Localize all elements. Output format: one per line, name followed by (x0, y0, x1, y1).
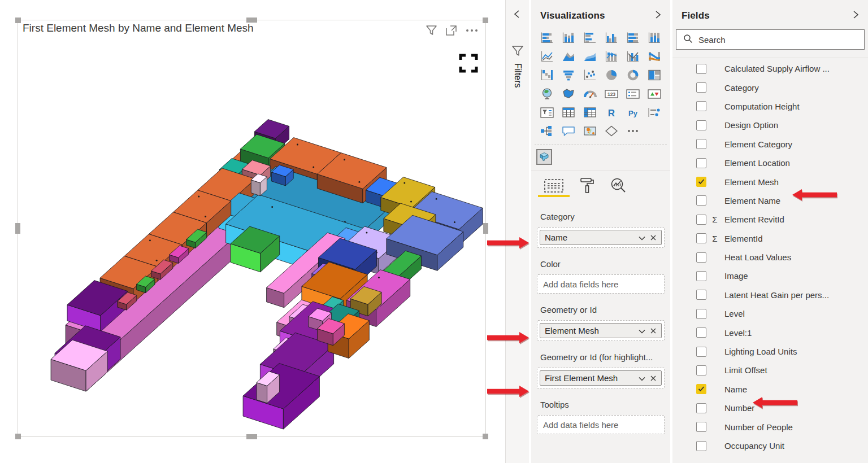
fullscreen-brackets-icon[interactable] (458, 53, 479, 76)
checkbox-unchecked[interactable] (696, 327, 706, 338)
field-row-element-mesh[interactable]: Element Mesh (672, 172, 868, 191)
stacked-column-chart-icon[interactable] (558, 28, 579, 47)
scatter-chart-icon[interactable] (579, 65, 601, 84)
checkbox-unchecked[interactable] (696, 347, 706, 357)
well-4-empty[interactable]: Add data fields here (537, 415, 665, 434)
field-search-input[interactable]: Search (676, 29, 865, 50)
filter-funnel-icon[interactable] (426, 25, 437, 36)
format-tab[interactable] (579, 171, 596, 200)
100-stacked-bar-chart-icon[interactable] (622, 28, 644, 47)
field-row-image[interactable]: Image (672, 267, 868, 285)
checkbox-unchecked[interactable] (696, 252, 706, 263)
checkbox-unchecked[interactable] (696, 403, 706, 413)
checkbox-unchecked[interactable] (696, 64, 706, 74)
field-row-element-category[interactable]: Element Category (672, 135, 868, 154)
multi-row-card-icon[interactable] (622, 84, 644, 103)
donut-chart-icon[interactable] (622, 65, 644, 84)
well-1-empty[interactable]: Add data fields here (537, 274, 665, 294)
field-pill-element-mesh[interactable]: Element Mesh (540, 323, 662, 338)
checkbox-unchecked[interactable] (696, 271, 706, 281)
chevron-down-icon[interactable] (639, 233, 650, 242)
resize-handle-right[interactable] (483, 223, 488, 234)
area-chart-icon[interactable] (558, 47, 579, 65)
checkbox-unchecked[interactable] (696, 290, 706, 300)
field-row-computation-height[interactable]: Computation Height (672, 97, 868, 116)
expand-filters-chevron-icon[interactable] (512, 9, 522, 21)
checkbox-unchecked[interactable] (696, 195, 706, 206)
checkbox-checked[interactable] (696, 177, 706, 187)
treemap-icon[interactable] (644, 65, 665, 84)
ribbon-chart-icon[interactable] (644, 47, 665, 65)
remove-field-icon[interactable] (650, 373, 661, 383)
gauge-icon[interactable] (579, 84, 601, 103)
remove-field-icon[interactable] (650, 233, 661, 242)
more-options-icon[interactable] (465, 28, 479, 33)
python-visual-icon[interactable]: Py (622, 103, 644, 121)
field-row-level[interactable]: Level (672, 304, 868, 323)
field-row-latent-heat-gain-per-pers[interactable]: Latent Heat Gain per pers... (672, 286, 868, 304)
resize-handle-top[interactable] (246, 18, 257, 23)
resize-handle-bottom-left[interactable] (15, 434, 21, 439)
field-row-lighting-load-units[interactable]: Lighting Load Units (672, 342, 868, 361)
field-row-design-option[interactable]: Design Option (672, 116, 868, 134)
arcgis-map-icon[interactable] (579, 121, 601, 140)
collapse-fields-chevron-icon[interactable] (851, 10, 860, 21)
fields-tab[interactable] (542, 171, 565, 200)
line-chart-icon[interactable] (536, 47, 558, 65)
field-row-level-1[interactable]: Level:1 (672, 323, 868, 342)
checkbox-unchecked[interactable] (696, 82, 706, 93)
stacked-area-chart-icon[interactable] (579, 47, 601, 65)
r-script-visual-icon[interactable]: R (601, 103, 622, 121)
resize-handle-top-right[interactable] (483, 18, 488, 23)
waterfall-chart-icon[interactable] (536, 65, 558, 84)
kpi-icon[interactable] (644, 84, 665, 103)
field-row-number-of-people[interactable]: Number of People (672, 417, 868, 436)
remove-field-icon[interactable] (650, 326, 661, 335)
table-icon[interactable] (558, 103, 579, 121)
map-icon[interactable] (536, 84, 558, 103)
field-row-occupancy-unit[interactable]: Occupancy Unit (672, 436, 868, 455)
3d-mesh-visual[interactable] (23, 93, 486, 434)
checkbox-unchecked[interactable] (696, 365, 706, 375)
report-canvas[interactable]: First Element Mesh by Name and Element M… (0, 0, 505, 463)
resize-handle-bottom-right[interactable] (483, 434, 488, 439)
checkbox-unchecked[interactable] (696, 422, 706, 432)
filled-map-icon[interactable] (558, 84, 579, 103)
checkbox-unchecked[interactable] (696, 120, 706, 130)
funnel-chart-icon[interactable] (558, 65, 579, 84)
checkbox-unchecked[interactable] (696, 139, 706, 149)
field-row-element-location[interactable]: Element Location (672, 154, 868, 172)
more-visuals-icon[interactable] (622, 121, 644, 140)
custom-3d-visual-selected[interactable] (536, 149, 552, 165)
field-row-element-revitid[interactable]: ΣElement RevitId (672, 210, 868, 229)
stacked-bar-chart-icon[interactable] (536, 28, 558, 47)
checkbox-unchecked[interactable] (696, 101, 706, 111)
slicer-icon[interactable] (536, 103, 558, 121)
key-influencers-icon[interactable] (644, 103, 665, 121)
collapse-visualizations-chevron-icon[interactable] (653, 10, 662, 21)
clustered-bar-chart-icon[interactable] (579, 28, 601, 47)
checkbox-unchecked[interactable] (696, 441, 706, 451)
line-clustered-column-chart-icon[interactable] (622, 47, 644, 65)
checkbox-checked[interactable] (696, 384, 706, 394)
field-row-limit-offset[interactable]: Limit Offset (672, 361, 868, 379)
chevron-down-icon[interactable] (639, 326, 650, 335)
qa-visual-icon[interactable] (558, 121, 579, 140)
matrix-icon[interactable] (579, 103, 601, 121)
checkbox-unchecked[interactable] (696, 215, 706, 225)
resize-handle-left[interactable] (15, 223, 20, 234)
decomposition-tree-icon[interactable] (536, 121, 558, 140)
resize-handle-top-left[interactable] (15, 18, 21, 23)
clustered-column-chart-icon[interactable] (601, 28, 622, 47)
field-row-calculated-supply-airflow[interactable]: Calculated Supply Airflow ... (672, 59, 868, 78)
line-stacked-column-chart-icon[interactable] (601, 47, 622, 65)
checkbox-unchecked[interactable] (696, 158, 706, 168)
analytics-tab[interactable] (609, 171, 627, 200)
checkbox-unchecked[interactable] (696, 233, 706, 243)
power-apps-visual-icon[interactable] (601, 121, 622, 140)
pie-chart-icon[interactable] (601, 65, 622, 84)
field-row-elementid[interactable]: ΣElementId (672, 229, 868, 248)
focus-mode-icon[interactable] (445, 25, 457, 36)
field-row-category[interactable]: Category (672, 78, 868, 97)
field-row-element-name[interactable]: Element Name (672, 191, 868, 210)
